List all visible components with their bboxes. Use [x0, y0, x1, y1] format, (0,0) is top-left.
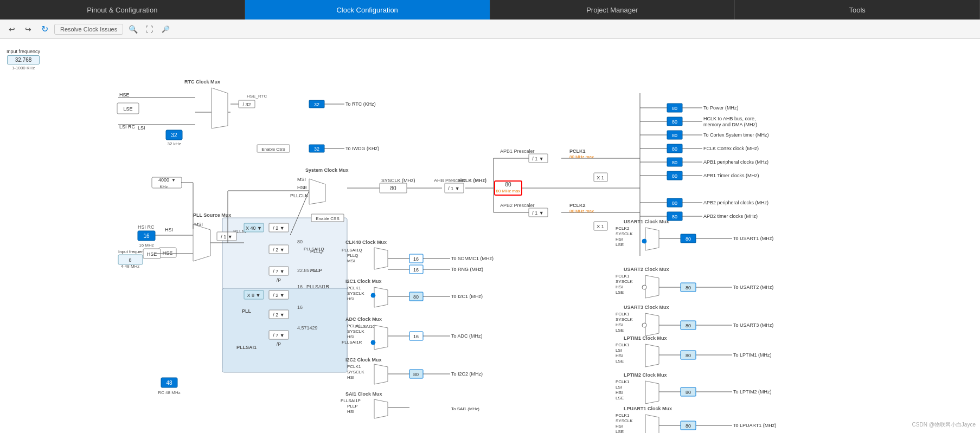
svg-text:8: 8: [129, 257, 131, 263]
svg-text:PLLSAI1R: PLLSAI1R: [306, 284, 330, 289]
toolbar: ↩ ↪ ↻ Resolve Clock Issues 🔍 ⛶ 🔎: [0, 20, 980, 39]
svg-text:16: 16: [297, 284, 303, 289]
input-freq-value[interactable]: 32.768: [7, 55, 40, 64]
svg-text:80 MHz max: 80 MHz max: [496, 189, 521, 193]
svg-text:32 kHz: 32 kHz: [168, 141, 181, 146]
svg-text:X 8  ▼: X 8 ▼: [247, 293, 261, 298]
svg-text:HSI: HSI: [347, 334, 354, 339]
svg-text:Enable CSS: Enable CSS: [316, 216, 340, 221]
svg-text:80: 80: [672, 160, 677, 165]
svg-text:APB2 peripheral clocks (MHz): APB2 peripheral clocks (MHz): [703, 200, 768, 205]
svg-text:USART2 Clock Mux: USART2 Clock Mux: [624, 267, 669, 272]
zoom-out-icon[interactable]: 🔎: [159, 23, 172, 36]
svg-text:RTC Clock Mux: RTC Clock Mux: [184, 79, 220, 85]
svg-text:PCLK1: PCLK1: [616, 274, 630, 279]
svg-text:LSE: LSE: [616, 242, 624, 247]
svg-text:80 MHz max: 80 MHz max: [569, 154, 594, 159]
svg-text:To ADC (MHz): To ADC (MHz): [451, 333, 483, 339]
refresh-icon[interactable]: ↻: [38, 23, 51, 36]
svg-text:LSE: LSE: [616, 359, 624, 364]
svg-text:80: 80: [672, 133, 677, 138]
svg-text:16 MHz: 16 MHz: [139, 243, 154, 248]
svg-marker-269: [193, 224, 210, 261]
svg-text:To RTC (KHz): To RTC (KHz): [345, 101, 376, 107]
svg-text:SYSCLK: SYSCLK: [616, 418, 633, 423]
svg-text:/ 7  ▼: / 7 ▼: [273, 333, 284, 338]
svg-text:To RNG (MHz): To RNG (MHz): [451, 267, 483, 272]
svg-text:4-48 MHz: 4-48 MHz: [121, 264, 140, 269]
svg-text:PCLK1: PCLK1: [616, 379, 630, 384]
svg-text:16: 16: [297, 305, 303, 310]
svg-marker-59: [212, 88, 228, 128]
svg-marker-121: [374, 364, 388, 384]
zoom-in-icon[interactable]: 🔍: [126, 23, 139, 36]
svg-text:X 40 ▼: X 40 ▼: [246, 225, 262, 231]
svg-marker-123: [645, 228, 659, 250]
svg-text:HSI: HSI: [616, 353, 623, 358]
svg-text:PCLK1: PCLK1: [616, 312, 630, 316]
svg-text:To SDMMC1 (MHz): To SDMMC1 (MHz): [451, 256, 494, 261]
input-frequency-panel-lse: Input frequency 32.768 1-1000 KHz: [7, 49, 40, 70]
svg-text:LSE: LSE: [616, 396, 624, 400]
svg-text:80: 80: [672, 119, 677, 125]
resolve-clock-issues-button[interactable]: Resolve Clock Issues: [54, 24, 123, 35]
svg-text:80: 80: [672, 106, 677, 111]
top-navigation: Pinout & Configuration Clock Configurati…: [0, 0, 980, 20]
tab-tools[interactable]: Tools: [735, 0, 980, 20]
tab-clock[interactable]: Clock Configuration: [245, 0, 490, 20]
svg-text:HCLK (MHz): HCLK (MHz): [458, 178, 486, 183]
svg-text:80: 80: [686, 236, 691, 242]
svg-text:USART1 Clock Mux: USART1 Clock Mux: [624, 219, 669, 224]
fit-screen-icon[interactable]: ⛶: [143, 23, 156, 36]
svg-text:16: 16: [413, 334, 419, 339]
svg-text:SYSCLK: SYSCLK: [347, 370, 364, 374]
svg-text:LSE: LSE: [616, 290, 624, 295]
svg-text:APB1 Timer clocks (MHz): APB1 Timer clocks (MHz): [703, 173, 759, 178]
svg-text:HSI RC: HSI RC: [138, 224, 155, 230]
svg-text:PCLK1: PCLK1: [347, 324, 361, 328]
svg-text:To USART1 (MHz): To USART1 (MHz): [733, 236, 773, 241]
svg-text:PLLP: PLLP: [347, 404, 358, 409]
svg-text:APB1 peripheral clocks (MHz): APB1 peripheral clocks (MHz): [703, 159, 768, 165]
svg-point-133: [371, 340, 375, 345]
svg-text:/P: /P: [277, 341, 281, 347]
svg-text:I2C1 Clock Mux: I2C1 Clock Mux: [345, 279, 382, 284]
svg-text:PCLK1: PCLK1: [569, 148, 586, 154]
svg-text:SYSCLK: SYSCLK: [347, 291, 364, 296]
svg-text:To SAI1 (MHz): To SAI1 (MHz): [451, 406, 479, 411]
svg-text:SYSCLK: SYSCLK: [616, 231, 633, 236]
svg-text:/ 1  ▼: / 1 ▼: [532, 210, 543, 216]
svg-marker-126: [645, 344, 659, 367]
svg-text:80: 80: [672, 173, 677, 179]
svg-text:HSI: HSI: [616, 390, 623, 395]
svg-text:HSE_RTC: HSE_RTC: [247, 94, 267, 99]
svg-text:FCLK Cortex clock (MHz): FCLK Cortex clock (MHz): [703, 146, 759, 151]
svg-text:To LPUART1 (MHz): To LPUART1 (MHz): [733, 423, 776, 428]
svg-text:/ 32: / 32: [242, 102, 251, 107]
tab-project-manager[interactable]: Project Manager: [490, 0, 735, 20]
svg-marker-60: [309, 179, 325, 204]
svg-text:/ 1  ▼: / 1 ▼: [221, 234, 232, 240]
svg-marker-120: [374, 325, 388, 350]
svg-text:80: 80: [672, 214, 677, 219]
svg-text:/ 1  ▼: / 1 ▼: [532, 156, 543, 161]
svg-text:HSI: HSI: [616, 285, 623, 289]
undo-icon[interactable]: ↩: [5, 23, 18, 36]
svg-text:HSI: HSI: [165, 227, 173, 232]
tab-pinout[interactable]: Pinout & Configuration: [0, 0, 245, 20]
svg-text:X 1: X 1: [597, 224, 604, 229]
redo-icon[interactable]: ↪: [22, 23, 35, 36]
svg-text:SYSCLK: SYSCLK: [616, 279, 633, 284]
svg-text:To IWDG (KHz): To IWDG (KHz): [345, 146, 379, 151]
svg-text:80: 80: [686, 353, 691, 358]
svg-text:HSI: HSI: [616, 322, 623, 327]
svg-marker-122: [374, 399, 388, 418]
svg-text:4000: 4000: [158, 177, 169, 183]
svg-text:PLLQ: PLLQ: [347, 253, 358, 258]
svg-text:SYSCLK: SYSCLK: [616, 317, 633, 322]
svg-marker-119: [374, 287, 388, 307]
svg-text:PLLSAI1Q: PLLSAI1Q: [342, 248, 362, 253]
svg-text:MSI: MSI: [297, 177, 306, 182]
svg-text:/ 2  ▼: / 2 ▼: [273, 247, 284, 253]
svg-text:LPUART1 Clock Mux: LPUART1 Clock Mux: [624, 406, 672, 411]
